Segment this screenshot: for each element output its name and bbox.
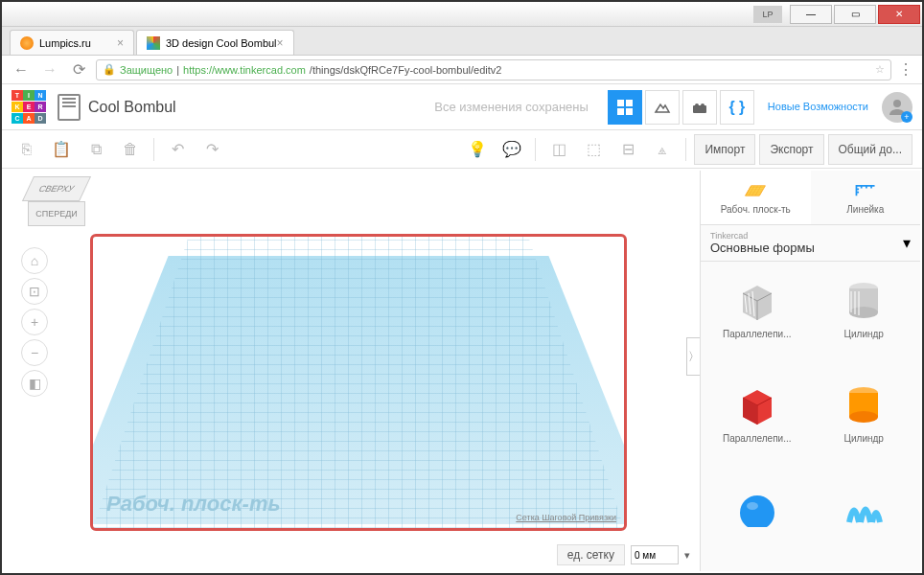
favicon-icon xyxy=(147,36,160,50)
delete-button[interactable]: 🗑 xyxy=(115,134,146,165)
note-button[interactable]: 💬 xyxy=(497,134,527,165)
shape-misc-blue[interactable] xyxy=(812,475,917,567)
svg-point-13 xyxy=(849,411,878,423)
fit-view-button[interactable]: ⊡ xyxy=(21,278,48,305)
window-titlebar: LP — ▭ ✕ xyxy=(2,2,922,27)
address-bar: ← → ⟳ 🔒 Защищено | https://www.tinkercad… xyxy=(2,56,922,84)
workplane-tool[interactable]: Рабоч. плоск-ть xyxy=(701,171,811,224)
ungroup-button[interactable]: ⬚ xyxy=(578,134,609,165)
cube-front-face[interactable]: СПЕРЕДИ xyxy=(28,201,85,226)
workplane-icon xyxy=(743,181,768,200)
shape-sphere-blue[interactable] xyxy=(705,475,810,567)
dropdown-icon[interactable]: ▾ xyxy=(684,549,690,562)
zoom-out-button[interactable]: − xyxy=(21,339,48,366)
tab-title: 3D design Cool Bombul xyxy=(166,37,277,49)
snap-grid-label[interactable]: Сетка Шаговой Привязки xyxy=(516,513,616,522)
chevron-down-icon: ▾ xyxy=(903,234,911,252)
mode-blocks-button[interactable] xyxy=(645,90,680,125)
group-button[interactable]: ◫ xyxy=(543,134,574,165)
svg-point-15 xyxy=(747,502,758,510)
undo-button[interactable]: ↶ xyxy=(162,134,193,165)
ortho-view-button[interactable]: ◧ xyxy=(21,370,48,397)
mode-bricks-button[interactable] xyxy=(682,90,717,125)
project-name[interactable]: Cool Bombul xyxy=(88,99,176,116)
svg-point-10 xyxy=(849,307,878,318)
3d-viewport[interactable]: СВЕРХУ СПЕРЕДИ ⌂ ⊡ + − ◧ Рабоч. плоск-ть… xyxy=(4,171,700,571)
user-avatar[interactable]: + xyxy=(882,92,912,123)
edit-grid-button[interactable]: ед. сетку xyxy=(557,544,625,565)
svg-point-6 xyxy=(701,104,705,107)
shape-cylinder-orange[interactable]: Цилиндр xyxy=(812,370,917,472)
new-features-link[interactable]: Новые Возможности xyxy=(762,101,874,113)
shape-category-selector[interactable]: Tinkercad Основные формы ▾ xyxy=(701,225,920,262)
edit-toolbar: ⎘ 📋 ⧉ 🗑 ↶ ↷ 💡 💬 ◫ ⬚ ⊟ ⟁ Импорт Экспорт О… xyxy=(2,130,922,169)
bulb-button[interactable]: 💡 xyxy=(462,134,493,165)
mode-3d-button[interactable] xyxy=(608,90,642,125)
workplane-label: Рабоч. плоск-ть xyxy=(106,492,281,517)
export-button[interactable]: Экспорт xyxy=(759,134,823,165)
tab-close-icon[interactable]: × xyxy=(277,36,284,50)
view-cube[interactable]: СВЕРХУ СПЕРЕДИ xyxy=(23,176,90,234)
chrome-menu-icon[interactable]: ⋮ xyxy=(897,61,914,79)
shape-box-red[interactable]: Параллелепи... xyxy=(705,370,810,472)
minimize-button[interactable]: — xyxy=(790,5,832,24)
mirror-button[interactable]: ⟁ xyxy=(647,134,678,165)
shapes-sidebar: Рабоч. плоск-ть Линейка Tinkercad Основн… xyxy=(700,171,920,571)
snap-value-input[interactable] xyxy=(631,545,679,564)
redo-button[interactable]: ↷ xyxy=(196,134,227,165)
tab-close-icon[interactable]: × xyxy=(117,36,124,50)
tab-title: Lumpics.ru xyxy=(39,37,91,49)
paste-button[interactable]: 📋 xyxy=(46,134,77,165)
shape-cylinder-striped[interactable]: Цилиндр xyxy=(812,265,917,368)
url-input[interactable]: 🔒 Защищено | https://www.tinkercad.com/t… xyxy=(96,59,891,80)
import-button[interactable]: Импорт xyxy=(694,134,755,165)
favicon-icon xyxy=(20,36,34,50)
add-user-icon: + xyxy=(901,111,912,123)
svg-rect-1 xyxy=(626,100,633,106)
tinkercad-logo[interactable]: TIN KER CAD xyxy=(12,90,50,125)
back-button[interactable]: ← xyxy=(10,58,33,81)
sidebar-collapse-button[interactable]: 〉 xyxy=(686,337,700,376)
app-header: TIN KER CAD Cool Bombul Все изменения со… xyxy=(2,84,922,130)
browser-tabs: Lumpics.ru × 3D design Cool Bombul × xyxy=(2,27,922,56)
shapes-grid: Параллелепи... Цилиндр Параллелепи... Ци… xyxy=(701,262,920,571)
svg-rect-3 xyxy=(626,108,633,115)
secure-label: Защищено xyxy=(120,64,173,76)
lp-badge: LP xyxy=(753,6,782,23)
reload-button[interactable]: ⟳ xyxy=(67,58,90,81)
svg-point-5 xyxy=(695,104,699,107)
category-name: Основные формы xyxy=(710,241,815,255)
svg-rect-0 xyxy=(617,100,624,106)
highlighted-region: Рабоч. плоск-ть Сетка Шаговой Привязки xyxy=(90,234,627,531)
shape-box-striped[interactable]: Параллелепи... xyxy=(705,265,810,368)
share-button[interactable]: Общий до... xyxy=(828,134,913,165)
svg-point-14 xyxy=(740,495,774,527)
duplicate-button[interactable]: ⧉ xyxy=(81,134,111,165)
ruler-tool[interactable]: Линейка xyxy=(811,171,921,224)
zoom-in-button[interactable]: + xyxy=(21,309,48,335)
svg-point-7 xyxy=(893,100,901,107)
forward-button[interactable]: → xyxy=(38,58,61,81)
align-button[interactable]: ⊟ xyxy=(612,134,643,165)
save-status: Все изменения сохранены xyxy=(434,100,589,114)
tab-lumpics[interactable]: Lumpics.ru × xyxy=(10,30,134,55)
copy-button[interactable]: ⎘ xyxy=(12,134,42,165)
svg-rect-4 xyxy=(693,105,706,113)
lock-icon: 🔒 xyxy=(103,63,116,76)
mode-code-button[interactable]: { } xyxy=(720,90,754,125)
bookmark-icon[interactable]: ☆ xyxy=(875,63,885,76)
svg-rect-2 xyxy=(617,108,624,115)
home-view-button[interactable]: ⌂ xyxy=(21,247,48,274)
grid-options: ед. сетку ▾ xyxy=(557,544,690,565)
ruler-icon xyxy=(853,181,878,200)
document-icon xyxy=(58,94,81,121)
category-source: Tinkercad xyxy=(710,231,815,241)
maximize-button[interactable]: ▭ xyxy=(834,5,876,24)
close-button[interactable]: ✕ xyxy=(878,5,920,24)
url-path: /things/dskQfRCe7Fy-cool-bombul/editv2 xyxy=(310,64,502,76)
tab-tinkercad[interactable]: 3D design Cool Bombul × xyxy=(136,30,294,55)
cube-top-face[interactable]: СВЕРХУ xyxy=(22,176,91,201)
url-host: https://www.tinkercad.com xyxy=(183,64,306,76)
mode-switcher: { } xyxy=(608,90,754,125)
